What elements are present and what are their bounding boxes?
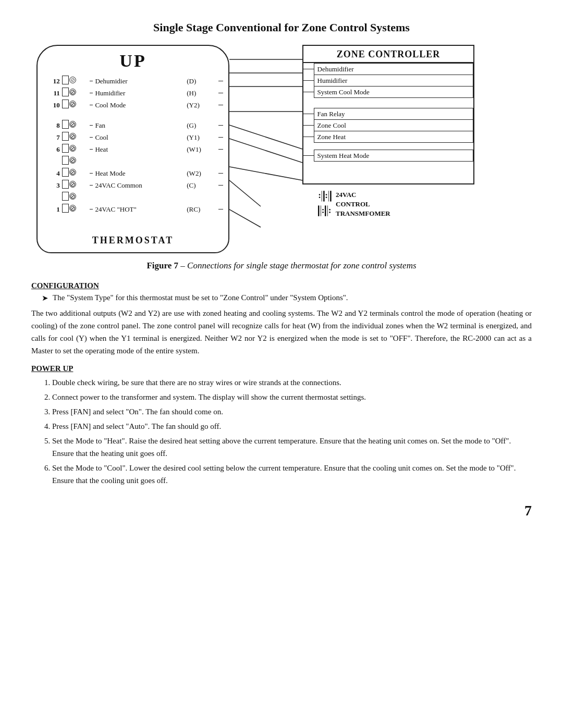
table-row: Dehumidifier — [303, 64, 473, 75]
zone-table: Dehumidifier Humidifier System Cool Mode — [303, 63, 473, 183]
table-row: Fan Relay — [303, 108, 473, 120]
table-row: Zone Cool — [303, 120, 473, 131]
crossing-wires-svg — [229, 45, 302, 253]
zone-controller-column: ZONE CONTROLLER Dehumidifier Humidifier — [302, 45, 474, 219]
list-item: Connect power to the transformer and sys… — [52, 391, 532, 403]
configuration-title: CONFIGURATION — [31, 281, 532, 290]
bullet-arrow: ➤ — [42, 293, 48, 303]
table-row: 11 ⊘ Humidifier (H) — [42, 87, 224, 99]
table-row: 8 ⊘ Fan (G) — [42, 119, 224, 131]
table-row: 12 ⊘ Dehumidier (D) — [42, 75, 224, 87]
config-bullet: ➤ The "System Type" for this thermostat … — [31, 293, 532, 303]
configuration-section: CONFIGURATION ➤ The "System Type" for th… — [31, 281, 532, 357]
table-row: 3 ⊘ 24VAC Common (C) — [42, 179, 224, 191]
wires-area — [229, 45, 302, 253]
list-item: Set the Mode to "Heat". Raise the desire… — [52, 435, 532, 460]
table-row: 7 ⊘ Cool (Y1) — [42, 131, 224, 143]
table-row: 4 ⊘ Heat Mode (W2) — [42, 167, 224, 179]
table-row: 1 ⊘ 24VAC "HOT" (RC) — [42, 203, 224, 215]
up-label: UP — [42, 51, 224, 71]
power-up-section: POWER UP Double check wiring, be sure th… — [31, 364, 532, 487]
svg-line-8 — [229, 209, 261, 227]
page-number: 7 — [31, 502, 532, 519]
svg-line-7 — [229, 180, 261, 206]
svg-line-6 — [229, 167, 302, 180]
thermostat-label: THERMOSTAT — [38, 235, 228, 246]
list-item: Press [FAN] and select "On". The fan sho… — [52, 405, 532, 418]
table-row: ⊘ — [42, 155, 224, 167]
list-item: Set the Mode to "Cool". Lower the desire… — [52, 462, 532, 487]
transformer-symbol: 𝄇𝄇𝄆𝄆 — [318, 190, 332, 219]
table-row: Humidifier — [303, 75, 473, 87]
config-body: The two additional outputs (W2 and Y2) a… — [31, 307, 532, 357]
table-row: Zone Heat — [303, 131, 473, 143]
figure-caption-dash: – — [178, 261, 187, 270]
terminal-table: 12 ⊘ Dehumidier (D) — [42, 75, 224, 215]
config-bullet-text: The "System Type" for this thermostat mu… — [53, 293, 348, 302]
table-row: System Cool Mode — [303, 87, 473, 98]
power-up-title: POWER UP — [31, 364, 532, 373]
page-title: Single Stage Conventional for Zone Contr… — [31, 21, 532, 34]
transformer-area: 𝄇𝄇𝄆𝄆 24VAC CONTROL TRANSMFOMER — [318, 190, 474, 219]
power-up-list: Double check wiring, be sure that there … — [31, 376, 532, 487]
figure-caption-italic: Connections for single stage thermostat … — [187, 261, 416, 270]
table-row: System Heat Mode — [303, 150, 473, 162]
figure-caption: Figure 7 – Connections for single stage … — [31, 261, 532, 271]
zone-controller-box: ZONE CONTROLLER Dehumidifier Humidifier — [302, 45, 474, 184]
table-row: 6 ⊘ Heat (W1) — [42, 143, 224, 155]
svg-line-5 — [229, 139, 302, 163]
figure-caption-bold: Figure 7 — [146, 261, 178, 270]
zone-controller-label: ZONE CONTROLLER — [303, 46, 473, 63]
thermostat-box: UP 12 ⊘ Dehumidier — [36, 45, 229, 253]
list-item: Press [FAN] and select "Auto". The fan s… — [52, 420, 532, 433]
table-row: 10 ⊘ Cool Mode (Y2) — [42, 99, 224, 111]
svg-line-4 — [229, 125, 302, 149]
diagram-wrapper: UP 12 ⊘ Dehumidier — [36, 45, 527, 253]
table-row: ⊘ — [42, 191, 224, 203]
transformer-text: 24VAC CONTROL TRANSMFOMER — [336, 190, 390, 219]
list-item: Double check wiring, be sure that there … — [52, 376, 532, 389]
